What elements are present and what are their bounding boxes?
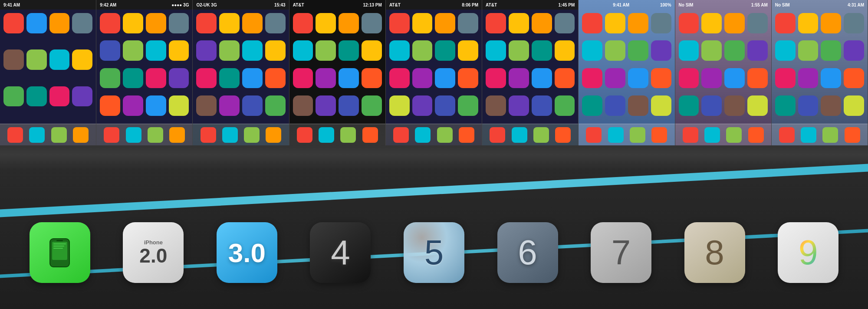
app-icon xyxy=(821,40,841,61)
app-icon xyxy=(196,68,217,89)
app-icon xyxy=(242,40,263,61)
dock-icon xyxy=(726,127,742,143)
app-icon xyxy=(3,86,24,107)
app-icon xyxy=(362,13,382,33)
app-icon xyxy=(293,13,313,33)
v4-number: 4 xyxy=(331,233,350,273)
app-icon xyxy=(798,40,819,61)
version-icon-4[interactable]: 4 xyxy=(310,222,371,283)
app-icon xyxy=(605,95,625,116)
app-icon xyxy=(605,13,625,33)
phone-screen-6: AT&T 1:45 PM xyxy=(482,0,579,145)
statusbar-battery-7: 100% xyxy=(660,3,671,7)
app-icon xyxy=(169,40,189,61)
app-icon xyxy=(486,95,506,116)
version-icon-2[interactable]: iPhone 2.0 xyxy=(123,222,184,283)
app-icon xyxy=(555,95,575,116)
app-icon xyxy=(724,95,745,116)
app-icon xyxy=(701,13,722,33)
app-icon xyxy=(412,13,433,33)
app-icon xyxy=(169,95,189,116)
dock-icon xyxy=(29,127,45,143)
statusbar-carrier-3: O2-UK 3G xyxy=(196,3,217,7)
dock-icon xyxy=(201,127,216,143)
app-icon xyxy=(458,40,478,61)
app-icon xyxy=(72,86,92,107)
app-icon xyxy=(196,13,217,33)
dock-icon xyxy=(244,127,260,143)
phone-icon xyxy=(43,237,76,269)
app-icon xyxy=(389,68,410,89)
v7-number: 7 xyxy=(612,233,631,273)
screenshots-row: 9:41 AM xyxy=(0,0,868,145)
app-icon xyxy=(747,40,768,61)
app-icon xyxy=(458,95,478,116)
version-icon-9[interactable]: 9 xyxy=(778,222,838,283)
statusbar-carrier-9: No SIM xyxy=(775,3,790,7)
version-icon-5[interactable]: 5 xyxy=(404,222,464,283)
statusbar-time-7: 9:41 AM xyxy=(613,3,629,7)
app-icon xyxy=(486,13,506,33)
app-icon xyxy=(293,40,313,61)
dock-icon xyxy=(608,127,624,143)
app-icon xyxy=(169,13,189,33)
statusbar-time-1: 9:41 AM xyxy=(3,3,20,7)
app-icon xyxy=(582,68,602,89)
app-icon xyxy=(339,95,359,116)
v6-number: 6 xyxy=(518,233,537,273)
app-icon xyxy=(582,13,602,33)
svg-rect-6 xyxy=(53,248,63,249)
dock-icon xyxy=(73,127,89,143)
app-icon xyxy=(486,68,506,89)
app-icon xyxy=(49,49,70,70)
phone-screen-8: No SIM 1:55 AM xyxy=(675,0,772,145)
app-icon xyxy=(265,13,286,33)
app-icon xyxy=(196,95,217,116)
app-icon xyxy=(798,95,819,116)
version-icon-7[interactable]: 7 xyxy=(591,222,651,283)
app-icon xyxy=(679,95,699,116)
dock-icon xyxy=(51,127,67,143)
app-icon xyxy=(532,95,552,116)
statusbar-carrier-6: AT&T xyxy=(486,3,497,7)
app-icon xyxy=(389,13,410,33)
statusbar-time-2: 9:42 AM xyxy=(100,3,116,7)
phone-screen-9: No SIM 4:31 AM xyxy=(772,0,868,145)
app-icon xyxy=(146,95,166,116)
app-icon xyxy=(362,68,382,89)
version-icon-6[interactable]: 6 xyxy=(497,222,558,283)
app-icon xyxy=(100,95,120,116)
dock-icon xyxy=(822,127,838,143)
version-icon-8[interactable]: 8 xyxy=(684,222,745,283)
app-icon xyxy=(316,40,336,61)
statusbar-time-6: 1:45 PM xyxy=(559,3,575,7)
app-icon xyxy=(293,68,313,89)
app-icon xyxy=(123,13,143,33)
svg-point-2 xyxy=(58,262,62,265)
statusbar-time-3: 15:43 xyxy=(274,3,286,7)
app-icon xyxy=(701,95,722,116)
app-icon xyxy=(509,68,529,89)
app-icon xyxy=(26,86,47,107)
app-icon xyxy=(123,95,143,116)
app-icon xyxy=(389,95,410,116)
statusbar-carrier-8: No SIM xyxy=(679,3,694,7)
phone-screen-1: 9:41 AM xyxy=(0,0,96,145)
statusbar-time-8: 1:55 AM xyxy=(751,3,768,7)
statusbar-carrier-4: AT&T xyxy=(293,3,304,7)
v3-number: 3.0 xyxy=(228,237,266,268)
version-icon-1[interactable] xyxy=(30,222,90,283)
app-icon xyxy=(339,40,359,61)
app-icon xyxy=(49,13,70,33)
dock-icon xyxy=(7,127,23,143)
phone-screen-2: 9:42 AM ●●●● 3G xyxy=(96,0,193,145)
version-icon-3[interactable]: 3.0 xyxy=(217,222,277,283)
app-icon xyxy=(123,68,143,89)
app-icon xyxy=(72,13,92,33)
app-icon xyxy=(316,95,336,116)
app-icon xyxy=(844,68,864,89)
dock-icon xyxy=(148,127,163,143)
dock-icon xyxy=(704,127,720,143)
phone-screen-4: AT&T 12:13 PM xyxy=(289,0,386,145)
app-icon xyxy=(582,40,602,61)
